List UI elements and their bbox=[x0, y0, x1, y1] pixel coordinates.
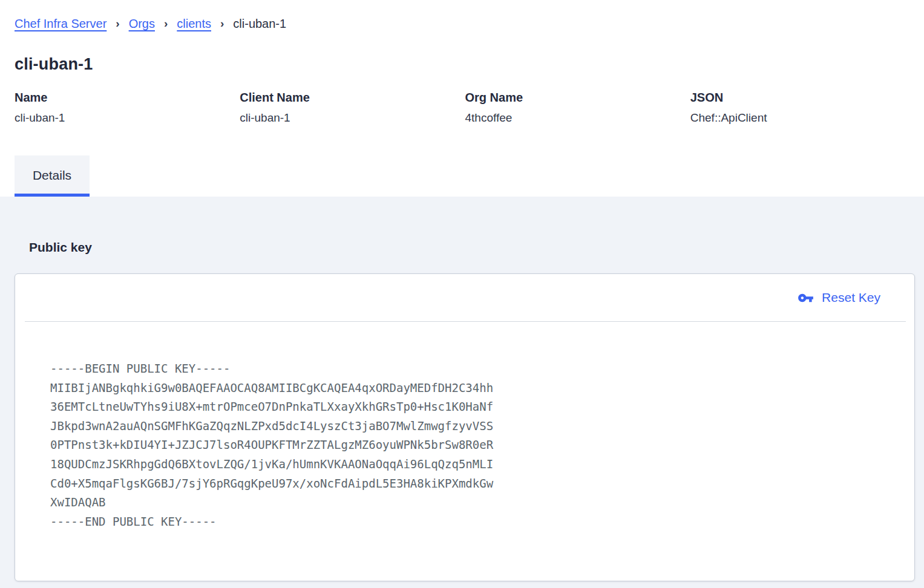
info-label-client-name: Client Name bbox=[240, 91, 465, 105]
tab-details[interactable]: Details bbox=[15, 155, 90, 197]
info-value-org-name: 4thcoffee bbox=[465, 111, 690, 125]
breadcrumb-link-clients[interactable]: clients bbox=[177, 17, 211, 31]
info-value-name: cli-uban-1 bbox=[15, 111, 240, 125]
chevron-right-icon: › bbox=[164, 17, 168, 30]
info-col-org-name: Org Name 4thcoffee bbox=[465, 91, 690, 125]
reset-key-label: Reset Key bbox=[822, 290, 880, 305]
breadcrumb-current-client: cli-uban-1 bbox=[233, 17, 286, 31]
info-value-client-name: cli-uban-1 bbox=[240, 111, 465, 125]
details-panel: Public key Reset Key -----BEGIN PUBLIC K… bbox=[0, 197, 924, 588]
page-title: cli-uban-1 bbox=[15, 55, 924, 74]
info-col-json: JSON Chef::ApiClient bbox=[690, 91, 916, 125]
public-key-text: -----BEGIN PUBLIC KEY----- MIIBIjANBgkqh… bbox=[50, 359, 914, 531]
info-label-name: Name bbox=[15, 91, 240, 105]
breadcrumb-link-orgs[interactable]: Orgs bbox=[129, 17, 155, 31]
client-info-grid: Name cli-uban-1 Client Name cli-uban-1 O… bbox=[15, 91, 916, 125]
card-divider bbox=[25, 321, 906, 322]
public-key-section-title: Public key bbox=[0, 197, 924, 255]
info-value-json: Chef::ApiClient bbox=[690, 111, 916, 125]
breadcrumb: Chef Infra Server › Orgs › clients › cli… bbox=[0, 0, 924, 31]
key-icon bbox=[798, 290, 814, 306]
chevron-right-icon: › bbox=[116, 17, 119, 30]
info-label-org-name: Org Name bbox=[465, 91, 690, 105]
public-key-card: Reset Key -----BEGIN PUBLIC KEY----- MII… bbox=[15, 273, 915, 581]
info-col-name: Name cli-uban-1 bbox=[15, 91, 240, 125]
page: Chef Infra Server › Orgs › clients › cli… bbox=[0, 0, 924, 588]
public-key-card-header: Reset Key bbox=[15, 274, 914, 321]
chevron-right-icon: › bbox=[220, 17, 224, 30]
tab-bar: Details bbox=[0, 155, 924, 197]
reset-key-button[interactable]: Reset Key bbox=[798, 290, 880, 306]
info-label-json: JSON bbox=[690, 91, 916, 105]
info-col-client-name: Client Name cli-uban-1 bbox=[240, 91, 465, 125]
breadcrumb-link-chef-infra-server[interactable]: Chef Infra Server bbox=[15, 17, 106, 31]
